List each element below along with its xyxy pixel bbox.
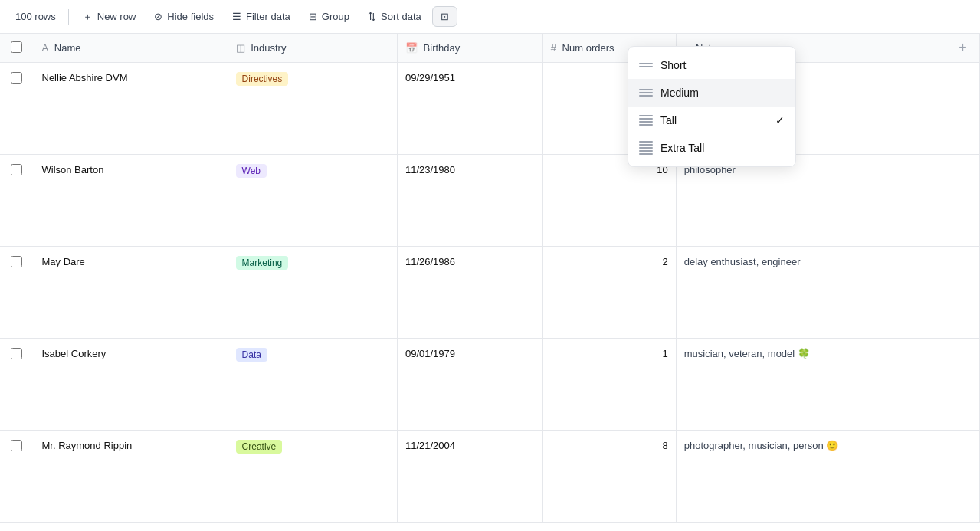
row-checkbox-2[interactable] bbox=[11, 256, 22, 267]
row-orders-4: 8 bbox=[542, 431, 676, 523]
row-height-tall[interactable]: Tall ✓ bbox=[628, 107, 795, 134]
group-label: Group bbox=[322, 11, 349, 22]
sort-icon: ⇅ bbox=[368, 11, 376, 22]
table-row: Isabel Corkery Data 09/01/1979 1 musicia… bbox=[0, 339, 980, 431]
row-name-4: Mr. Raymond Rippin bbox=[34, 431, 228, 523]
row-height-short-icon bbox=[639, 58, 653, 72]
row-industry-0: Directives bbox=[228, 63, 397, 155]
toolbar: 100 rows ＋ New row ⊘ Hide fields ☰ Filte… bbox=[0, 0, 980, 34]
new-row-label: New row bbox=[97, 11, 136, 22]
row-extra-2 bbox=[946, 247, 980, 339]
row-orders-3: 1 bbox=[542, 339, 676, 431]
row-notes-2: delay enthusiast, engineer bbox=[676, 247, 946, 339]
header-name-label: Name bbox=[54, 42, 81, 54]
row-extra-4 bbox=[946, 431, 980, 523]
row-checkbox-cell-3 bbox=[0, 339, 34, 431]
row-industry-4: Creative bbox=[228, 431, 397, 523]
hide-icon: ⊘ bbox=[154, 11, 162, 22]
group-icon: ⊟ bbox=[309, 11, 317, 22]
row-name-3: Isabel Corkery bbox=[34, 339, 228, 431]
row-count: 100 rows bbox=[9, 11, 62, 22]
table-row: May Dare Marketing 11/26/1986 2 delay en… bbox=[0, 247, 980, 339]
header-checkbox-cell bbox=[0, 34, 34, 63]
row-orders-2: 2 bbox=[542, 247, 676, 339]
header-orders-label: Num orders bbox=[562, 42, 615, 54]
row-height-medium-icon bbox=[639, 86, 653, 100]
select-all-checkbox[interactable] bbox=[11, 41, 22, 53]
birthday-col-icon: 📅 bbox=[405, 42, 418, 54]
header-industry-label: Industry bbox=[251, 42, 286, 54]
row-birthday-4: 11/21/2004 bbox=[397, 431, 542, 523]
name-col-icon: A bbox=[42, 42, 49, 54]
row-checkbox-1[interactable] bbox=[11, 164, 22, 175]
hide-fields-label: Hide fields bbox=[167, 11, 214, 22]
industry-badge-0: Directives bbox=[236, 72, 289, 86]
row-height-medium[interactable]: Medium bbox=[628, 79, 795, 107]
header-industry: ◫ Industry bbox=[228, 34, 397, 63]
sort-data-button[interactable]: ⇅ Sort data bbox=[360, 7, 429, 26]
row-extra-0 bbox=[946, 63, 980, 155]
table-wrapper: A Name ◫ Industry 📅 Birthday # Num order… bbox=[0, 34, 980, 523]
filter-icon: ☰ bbox=[232, 11, 241, 22]
filter-data-label: Filter data bbox=[246, 11, 290, 22]
industry-col-icon: ◫ bbox=[236, 42, 245, 54]
row-height-tall-label: Tall bbox=[660, 114, 677, 126]
header-birthday-label: Birthday bbox=[424, 42, 461, 54]
row-birthday-2: 11/26/1986 bbox=[397, 247, 542, 339]
plus-icon: ＋ bbox=[83, 10, 93, 24]
header-name: A Name bbox=[34, 34, 228, 63]
hide-fields-button[interactable]: ⊘ Hide fields bbox=[146, 7, 221, 26]
row-notes-1: philosopher bbox=[676, 155, 946, 247]
row-birthday-1: 11/23/1980 bbox=[397, 155, 542, 247]
add-column-button[interactable]: + bbox=[946, 34, 980, 63]
row-height-short[interactable]: Short bbox=[628, 51, 795, 79]
orders-col-icon: # bbox=[551, 42, 556, 54]
row-notes-4: photographer, musician, person 🙂 bbox=[676, 431, 946, 523]
row-checkbox-3[interactable] bbox=[11, 348, 22, 359]
row-checkbox-cell-1 bbox=[0, 155, 34, 247]
industry-badge-1: Web bbox=[236, 164, 267, 178]
sort-data-label: Sort data bbox=[381, 11, 421, 22]
row-height-extra_tall[interactable]: Extra Tall bbox=[628, 134, 795, 162]
row-industry-1: Web bbox=[228, 155, 397, 247]
row-height-tall-icon bbox=[639, 113, 653, 127]
industry-badge-2: Marketing bbox=[236, 256, 289, 270]
table-header-row: A Name ◫ Industry 📅 Birthday # Num order… bbox=[0, 34, 980, 63]
row-height-icon: ⊡ bbox=[441, 11, 449, 22]
row-height-extra_tall-label: Extra Tall bbox=[660, 142, 704, 154]
row-checkbox-cell-2 bbox=[0, 247, 34, 339]
data-table: A Name ◫ Industry 📅 Birthday # Num order… bbox=[0, 34, 980, 523]
row-orders-1: 10 bbox=[542, 155, 676, 247]
row-height-medium-label: Medium bbox=[660, 87, 699, 99]
row-name-2: May Dare bbox=[34, 247, 228, 339]
row-industry-3: Data bbox=[228, 339, 397, 431]
row-extra-3 bbox=[946, 339, 980, 431]
table-row: Wilson Barton Web 11/23/1980 10 philosop… bbox=[0, 155, 980, 247]
row-checkbox-4[interactable] bbox=[11, 440, 22, 451]
row-name-0: Nellie Abshire DVM bbox=[34, 63, 228, 155]
group-button[interactable]: ⊟ Group bbox=[301, 7, 357, 26]
row-height-extra_tall-icon bbox=[639, 141, 653, 155]
industry-badge-4: Creative bbox=[236, 440, 283, 454]
row-checkbox-cell-4 bbox=[0, 431, 34, 523]
row-birthday-3: 09/01/1979 bbox=[397, 339, 542, 431]
filter-data-button[interactable]: ☰ Filter data bbox=[225, 7, 298, 26]
header-birthday: 📅 Birthday bbox=[397, 34, 542, 63]
row-height-dropdown: Short Medium Tall ✓ Extra Tall bbox=[628, 46, 796, 167]
row-birthday-0: 09/29/1951 bbox=[397, 63, 542, 155]
row-height-check: ✓ bbox=[775, 114, 785, 126]
row-name-1: Wilson Barton bbox=[34, 155, 228, 247]
row-checkbox-cell-0 bbox=[0, 63, 34, 155]
row-height-button[interactable]: ⊡ bbox=[432, 6, 457, 27]
row-notes-3: musician, veteran, model 🍀 bbox=[676, 339, 946, 431]
row-checkbox-0[interactable] bbox=[11, 72, 22, 84]
table-row: Nellie Abshire DVM Directives 09/29/1951… bbox=[0, 63, 980, 155]
row-industry-2: Marketing bbox=[228, 247, 397, 339]
toolbar-divider-1 bbox=[68, 9, 69, 25]
table-row: Mr. Raymond Rippin Creative 11/21/2004 8… bbox=[0, 431, 980, 523]
new-row-button[interactable]: ＋ New row bbox=[75, 6, 144, 28]
industry-badge-3: Data bbox=[236, 348, 267, 362]
row-extra-1 bbox=[946, 155, 980, 247]
row-height-short-label: Short bbox=[660, 59, 686, 71]
